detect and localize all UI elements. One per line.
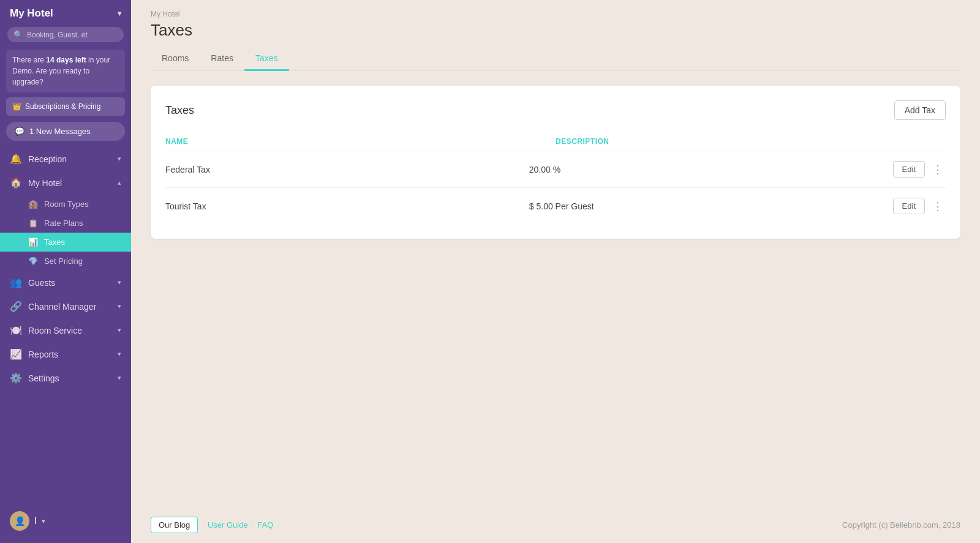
hotel-icon: 🏠 bbox=[10, 177, 22, 189]
copyright-text: Copyright (c) Bellebnb.com, 2018 bbox=[842, 520, 960, 530]
tourist-tax-name: Tourist Tax bbox=[165, 201, 529, 211]
sidebar-item-reports[interactable]: 📈 Reports ▾ bbox=[0, 342, 131, 366]
avatar: 👤 bbox=[10, 511, 29, 531]
tourist-tax-more-button[interactable]: ⋮ bbox=[930, 198, 946, 214]
col-name-header: NAME bbox=[165, 137, 556, 146]
federal-tax-actions: Edit ⋮ bbox=[893, 161, 946, 178]
sidebar-footer[interactable]: 👤 I ▾ bbox=[0, 505, 131, 537]
sidebar-search-container[interactable]: 🔍 bbox=[7, 27, 124, 42]
sidebar-item-guests[interactable]: 👥 Guests ▾ bbox=[0, 271, 131, 294]
rate-plans-label: Rate Plans bbox=[44, 219, 83, 228]
our-blog-button[interactable]: Our Blog bbox=[151, 517, 198, 533]
main-content: My Hotel Taxes Rooms Rates Taxes Taxes A… bbox=[131, 0, 980, 543]
sidebar-item-reception[interactable]: 🔔 Reception ▾ bbox=[0, 147, 131, 171]
hotel-chevron-icon: ▾ bbox=[118, 9, 121, 18]
table-row: Tourist Tax $ 5.00 Per Guest Edit ⋮ bbox=[165, 188, 946, 224]
sidebar-item-channel-manager[interactable]: 🔗 Channel Manager ▾ bbox=[0, 294, 131, 318]
my-hotel-chevron-icon: ▴ bbox=[118, 179, 121, 187]
federal-tax-name: Federal Tax bbox=[165, 165, 529, 174]
settings-label: Settings bbox=[28, 373, 59, 383]
sidebar-hotel-header[interactable]: My Hotel ▾ bbox=[0, 0, 131, 24]
page-footer: Our Blog · User Guide · FAQ Copyright (c… bbox=[131, 507, 980, 543]
messages-button[interactable]: 💬 1 New Messages bbox=[6, 122, 125, 141]
page-title: Taxes bbox=[151, 21, 960, 40]
settings-icon: ⚙️ bbox=[10, 372, 22, 384]
room-types-icon: 🏨 bbox=[28, 200, 38, 209]
tourist-tax-description: $ 5.00 Per Guest bbox=[529, 201, 893, 211]
sidebar-item-rate-plans[interactable]: 📋 Rate Plans bbox=[0, 214, 131, 233]
guests-chevron-icon: ▾ bbox=[118, 279, 121, 286]
main-header: My Hotel Taxes Rooms Rates Taxes bbox=[131, 0, 980, 71]
tab-rates[interactable]: Rates bbox=[200, 47, 244, 71]
room-service-label: Room Service bbox=[28, 326, 82, 335]
reports-icon: 📈 bbox=[10, 348, 22, 360]
col-description-header: DESCRIPTION bbox=[556, 137, 946, 146]
hotel-name: My Hotel bbox=[10, 7, 53, 20]
search-icon: 🔍 bbox=[13, 30, 23, 39]
settings-chevron-icon: ▾ bbox=[118, 374, 121, 382]
tourist-tax-actions: Edit ⋮ bbox=[893, 198, 946, 214]
table-row: Federal Tax 20.00 % Edit ⋮ bbox=[165, 151, 946, 188]
channel-manager-icon: 🔗 bbox=[10, 301, 22, 312]
sidebar-item-settings[interactable]: ⚙️ Settings ▾ bbox=[0, 366, 131, 390]
sidebar-item-taxes[interactable]: 📊 Taxes bbox=[0, 233, 131, 252]
tourist-tax-edit-button[interactable]: Edit bbox=[893, 198, 925, 214]
set-pricing-icon: 💎 bbox=[28, 257, 38, 266]
sidebar-item-room-service[interactable]: 🍽️ Room Service ▾ bbox=[0, 318, 131, 342]
reports-label: Reports bbox=[28, 350, 58, 359]
faq-link[interactable]: FAQ bbox=[257, 520, 273, 530]
taxes-icon: 📊 bbox=[28, 238, 38, 247]
reports-chevron-icon: ▾ bbox=[118, 350, 121, 358]
sidebar-item-set-pricing[interactable]: 💎 Set Pricing bbox=[0, 252, 131, 271]
subscription-button[interactable]: 👑 Subscriptions & Pricing bbox=[6, 97, 125, 116]
sidebar: My Hotel ▾ 🔍 There are 14 days left in y… bbox=[0, 0, 131, 543]
room-types-label: Room Types bbox=[44, 200, 89, 209]
nav-section: 🔔 Reception ▾ 🏠 My Hotel ▴ 🏨 Room Types … bbox=[0, 147, 131, 390]
reception-chevron-icon: ▾ bbox=[118, 155, 121, 163]
tab-rooms[interactable]: Rooms bbox=[151, 47, 200, 71]
demo-days: 14 days left bbox=[46, 56, 86, 64]
messages-label: 1 New Messages bbox=[29, 127, 91, 136]
room-service-chevron-icon: ▾ bbox=[118, 326, 121, 334]
reception-icon: 🔔 bbox=[10, 153, 22, 165]
footer-separator-1: · bbox=[202, 520, 204, 530]
federal-tax-edit-button[interactable]: Edit bbox=[893, 161, 925, 178]
search-input[interactable] bbox=[27, 31, 118, 39]
guests-icon: 👥 bbox=[10, 277, 22, 288]
sidebar-item-my-hotel[interactable]: 🏠 My Hotel ▴ bbox=[0, 171, 131, 195]
rate-plans-icon: 📋 bbox=[28, 219, 38, 228]
user-name: I bbox=[34, 515, 37, 526]
user-guide-link[interactable]: User Guide bbox=[208, 520, 248, 530]
set-pricing-label: Set Pricing bbox=[44, 257, 83, 266]
user-chevron-icon: ▾ bbox=[42, 517, 45, 525]
message-icon: 💬 bbox=[15, 127, 24, 136]
add-tax-button[interactable]: Add Tax bbox=[894, 100, 946, 120]
demo-banner: There are 14 days left in your Demo. Are… bbox=[6, 50, 125, 92]
tabs-container: Rooms Rates Taxes bbox=[151, 47, 960, 71]
channel-manager-chevron-icon: ▾ bbox=[118, 302, 121, 310]
tab-taxes[interactable]: Taxes bbox=[244, 47, 289, 71]
my-hotel-label: My Hotel bbox=[28, 178, 62, 188]
taxes-label: Taxes bbox=[44, 238, 65, 247]
sidebar-item-room-types[interactable]: 🏨 Room Types bbox=[0, 195, 131, 214]
federal-tax-more-button[interactable]: ⋮ bbox=[930, 162, 946, 178]
room-service-icon: 🍽️ bbox=[10, 324, 22, 336]
guests-label: Guests bbox=[28, 278, 55, 288]
channel-manager-label: Channel Manager bbox=[28, 302, 96, 312]
footer-separator-2: · bbox=[252, 520, 254, 530]
breadcrumb: My Hotel bbox=[151, 10, 960, 18]
table-header: NAME DESCRIPTION bbox=[165, 132, 946, 151]
card-header: Taxes Add Tax bbox=[165, 100, 946, 120]
footer-links: Our Blog · User Guide · FAQ bbox=[151, 517, 273, 533]
crown-icon: 👑 bbox=[12, 102, 21, 111]
reception-label: Reception bbox=[28, 154, 67, 164]
demo-message: There are bbox=[12, 56, 46, 64]
subscription-label: Subscriptions & Pricing bbox=[25, 102, 100, 111]
card-title: Taxes bbox=[165, 104, 194, 117]
content-area: Taxes Add Tax NAME DESCRIPTION Federal T… bbox=[131, 71, 980, 507]
federal-tax-description: 20.00 % bbox=[529, 165, 893, 174]
taxes-card: Taxes Add Tax NAME DESCRIPTION Federal T… bbox=[151, 86, 960, 239]
